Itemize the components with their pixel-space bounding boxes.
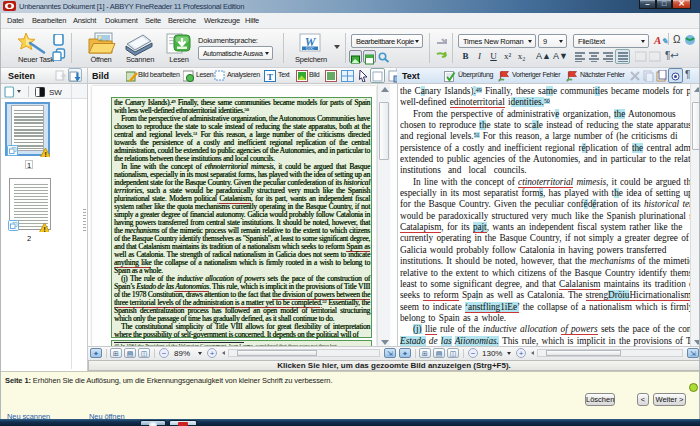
svg-text:T: T [267, 72, 273, 82]
svg-text:DOC: DOC [306, 47, 314, 51]
svg-text:!: ! [44, 150, 47, 157]
svg-text:!: ! [43, 225, 46, 232]
